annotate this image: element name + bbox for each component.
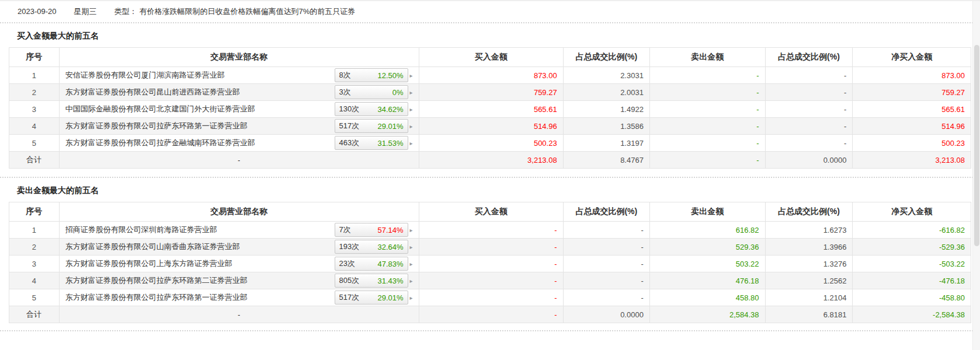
trade-stats: 23次 47.83% ▸ [335, 257, 413, 271]
expand-arrow-icon: ▸ [410, 72, 413, 79]
report-date: 2023-09-20 [18, 7, 57, 16]
cell-sell-amount: - [649, 84, 765, 101]
column-header: 占总成交比例(%) [563, 202, 649, 222]
trade-count-badge[interactable]: 130次 34.62% [335, 102, 408, 116]
row-index: 5 [9, 135, 60, 152]
cell-buy-amount: 514.96 [419, 118, 563, 135]
scrollbar-thumb[interactable] [974, 45, 979, 246]
cell-buy-ratio: - [563, 272, 649, 289]
cell-sell-amount: 458.80 [649, 289, 765, 306]
badge-percent: 47.83% [378, 260, 404, 268]
trade-count-badge[interactable]: 193次 32.64% [335, 240, 408, 254]
trade-stats: 7次 57.14% ▸ [335, 223, 413, 237]
row-index: 1 [9, 67, 60, 84]
cell-sell-ratio: 1.3276 [765, 256, 853, 272]
column-header: 序号 [9, 202, 60, 222]
badge-percent: 34.62% [378, 105, 404, 114]
branch-name: 东方财富证券股份有限公司拉萨东环路第一证券营业部 [65, 292, 248, 303]
row-index: 3 [9, 101, 60, 118]
expand-arrow-icon: ▸ [410, 123, 413, 130]
table-row: 4 东方财富证券股份有限公司拉萨东环路第二证券营业部 805次 31.43% ▸… [9, 272, 971, 289]
cell-sell-amount: 2,584.38 [649, 306, 765, 323]
branch-name-cell: 中国国际金融股份有限公司北京建国门外大街证券营业部 130次 34.62% ▸ [59, 101, 419, 118]
branch-name: 东方财富证券股份有限公司上海东方路证券营业部 [65, 258, 232, 269]
column-header: 交易营业部名称 [59, 202, 419, 222]
trade-count-badge[interactable]: 517次 29.01% [335, 119, 408, 133]
cell-buy-amount: 873.00 [419, 67, 563, 84]
cell-buy-amount: - [419, 256, 563, 272]
section-title: 卖出金额最大的前五名 [17, 186, 971, 196]
cell-net-buy-amount: 759.27 [853, 84, 971, 101]
report-weekday: 星期三 [74, 7, 97, 16]
column-header: 占总成交比例(%) [563, 48, 649, 67]
cell-sell-ratio: 1.6273 [765, 222, 853, 239]
badge-count: 517次 [339, 121, 360, 131]
cell-sell-amount: - [649, 152, 765, 169]
report-type-label: 类型： [114, 7, 137, 16]
expand-arrow-icon: ▸ [410, 106, 413, 113]
cell-net-buy-amount: -503.22 [853, 256, 971, 272]
vertical-scrollbar[interactable] [972, 1, 980, 350]
table-row: 合计 - - 0.0000 2,584.38 6.8181 -2,584.38 [9, 306, 971, 323]
cell-net-buy-amount: 514.96 [853, 118, 971, 135]
badge-count: 7次 [339, 225, 351, 235]
cell-sell-amount: - [649, 67, 765, 84]
cell-sell-ratio: 1.2104 [765, 289, 853, 306]
cell-buy-ratio: 1.4922 [563, 101, 649, 118]
cell-buy-ratio: 8.4767 [563, 152, 649, 169]
column-header: 买入金额 [419, 202, 563, 222]
badge-count: 517次 [339, 292, 360, 303]
cell-net-buy-amount: -616.82 [853, 222, 971, 239]
branch-name-cell: 招商证券股份有限公司深圳前海路证券营业部 7次 57.14% ▸ [59, 222, 419, 239]
cell-sell-ratio: 0.0000 [765, 152, 853, 169]
cell-sell-amount: - [649, 135, 765, 152]
branch-name-cell: 东方财富证券股份有限公司拉萨东环路第二证券营业部 805次 31.43% ▸ [59, 272, 419, 289]
branch-name: 东方财富证券股份有限公司拉萨东环路第一证券营业部 [65, 121, 248, 131]
expand-arrow-icon: ▸ [410, 227, 413, 233]
badge-count: 805次 [339, 275, 360, 286]
cell-buy-ratio: 2.0031 [563, 84, 649, 101]
branch-name-cell: 安信证券股份有限公司厦门湖滨南路证券营业部 8次 12.50% ▸ [59, 67, 419, 84]
cell-sell-ratio: - [765, 118, 853, 135]
cell-buy-amount: 3,213.08 [419, 152, 563, 169]
trade-count-badge[interactable]: 8次 12.50% [335, 68, 408, 82]
cell-buy-amount: - [419, 222, 563, 239]
branch-name-cell: 东方财富证券股份有限公司上海东方路证券营业部 23次 47.83% ▸ [59, 256, 419, 272]
branch-name-cell: - [59, 306, 419, 323]
trade-count-badge[interactable]: 3次 0% [335, 85, 408, 99]
cell-sell-ratio: - [765, 135, 853, 152]
row-index: 3 [9, 256, 60, 272]
branch-name-cell: 东方财富证券股份有限公司拉萨东环路第一证券营业部 517次 29.01% ▸ [59, 289, 419, 306]
cell-sell-ratio: - [765, 101, 853, 118]
trade-count-badge[interactable]: 463次 31.53% [335, 136, 408, 150]
section-buy-top5: 买入金额最大的前五名 序号交易营业部名称买入金额占总成交比例(%)卖出金额占总成… [0, 31, 980, 169]
cell-buy-ratio: 1.3586 [563, 118, 649, 135]
cell-buy-ratio: 1.3197 [563, 135, 649, 152]
badge-count: 130次 [339, 104, 360, 114]
cell-buy-amount: - [419, 289, 563, 306]
cell-buy-ratio: - [563, 256, 649, 272]
table-row: 1 招商证券股份有限公司深圳前海路证券营业部 7次 57.14% ▸ - - 6… [9, 222, 971, 239]
expand-arrow-icon: ▸ [410, 244, 413, 250]
table-row: 2 东方财富证券股份有限公司昆山前进西路证券营业部 3次 0% ▸ 759.27… [9, 84, 971, 101]
cell-buy-ratio: - [563, 222, 649, 239]
trade-count-badge[interactable]: 805次 31.43% [335, 274, 408, 288]
trade-count-badge[interactable]: 7次 57.14% [335, 223, 408, 237]
table-header-row: 序号交易营业部名称买入金额占总成交比例(%)卖出金额占总成交比例(%)净买入金额 [9, 202, 971, 222]
cell-buy-ratio: 2.3031 [563, 67, 649, 84]
report-info-bar: 2023-09-20星期三类型：有价格涨跌幅限制的日收盘价格跌幅偏离值达到7%的… [0, 1, 980, 22]
branch-name-cell: 东方财富证券股份有限公司拉萨金融城南环路证券营业部 463次 31.53% ▸ [59, 135, 419, 152]
sell-top5-table: 序号交易营业部名称买入金额占总成交比例(%)卖出金额占总成交比例(%)净买入金额… [9, 202, 971, 323]
expand-arrow-icon: ▸ [410, 140, 413, 146]
trade-count-badge[interactable]: 517次 29.01% [335, 290, 408, 304]
table-row: 合计 - 3,213.08 8.4767 - 0.0000 3,213.08 [9, 152, 971, 169]
trade-stats: 3次 0% ▸ [335, 85, 413, 99]
branch-name: 招商证券股份有限公司深圳前海路证券营业部 [65, 225, 217, 235]
section-divider [0, 330, 980, 331]
trade-stats: 517次 29.01% ▸ [335, 119, 413, 133]
trade-count-badge[interactable]: 23次 47.83% [335, 257, 408, 271]
buy-top5-table: 序号交易营业部名称买入金额占总成交比例(%)卖出金额占总成交比例(%)净买入金额… [9, 47, 971, 169]
cell-sell-ratio: - [765, 84, 853, 101]
branch-name: - [238, 156, 240, 164]
dragon-tiger-page: 2023-09-20星期三类型：有价格涨跌幅限制的日收盘价格跌幅偏离值达到7%的… [0, 0, 980, 350]
